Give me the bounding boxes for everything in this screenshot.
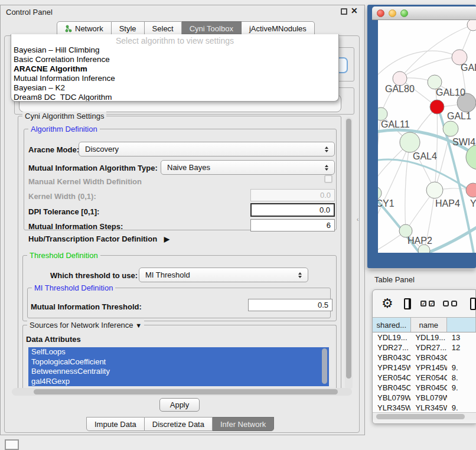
kernel-width-input[interactable]: 0.0 xyxy=(250,189,335,201)
docked-panel-icon[interactable] xyxy=(5,439,19,450)
gear-icon[interactable]: ⚙ xyxy=(382,297,393,310)
combo-stepper-icon xyxy=(322,165,331,171)
table-cell: 9. xyxy=(447,383,476,393)
column-header-shared[interactable]: shared... xyxy=(373,318,411,332)
scrollbar-thumb[interactable] xyxy=(34,389,338,394)
tab-jactivemnodules[interactable]: jActiveMNodules xyxy=(242,21,315,35)
network-node[interactable] xyxy=(418,244,430,253)
network-edge[interactable] xyxy=(405,142,410,231)
network-node-label-gal: GAL xyxy=(461,63,476,73)
threshold-definition-label: Threshold Definition xyxy=(27,251,100,260)
network-edge[interactable] xyxy=(378,51,459,74)
network-node[interactable] xyxy=(426,182,443,198)
table-cell: 8. xyxy=(447,373,476,383)
kernel-width-label: Kernel Width (0,1): xyxy=(28,192,96,201)
network-canvas[interactable]: GALGAL80GAL10GAL1GAL11SWI4GAL4GCY1HAP4YH… xyxy=(378,20,476,253)
network-node[interactable] xyxy=(430,100,444,114)
column-header-name[interactable]: name xyxy=(411,318,447,332)
zoom-window-icon[interactable] xyxy=(400,9,408,17)
scrollbar-thumb[interactable] xyxy=(346,119,351,379)
float-window-icon[interactable] xyxy=(341,8,347,15)
tab-jactivemnodules-label: jActiveMNodules xyxy=(249,24,307,33)
algorithm-option-bayesian-k2[interactable]: Bayesian – K2 xyxy=(11,83,338,93)
sources-title: Sources for Network Inference xyxy=(30,321,133,330)
select-all-columns-icon[interactable]: ✓✓ xyxy=(420,301,435,306)
table-row[interactable]: YBR043CYBR043C xyxy=(373,353,476,363)
which-threshold-combo[interactable]: MI Threshold xyxy=(139,268,308,282)
attribute-item-topologicalcoefficient[interactable]: TopologicalCoefficient xyxy=(28,357,329,367)
table-row[interactable]: YLR345WYLR345W9. xyxy=(373,403,476,412)
tab-select[interactable]: Select xyxy=(145,21,182,35)
network-edge[interactable] xyxy=(400,57,459,79)
dpi-tolerance-input[interactable]: 0.0 xyxy=(250,203,335,217)
network-node[interactable] xyxy=(466,183,476,197)
apply-button[interactable]: Apply xyxy=(159,398,200,412)
network-node[interactable] xyxy=(400,132,420,152)
scrollbar-thumb[interactable] xyxy=(376,414,465,419)
tab-infer-network[interactable]: Infer Network xyxy=(213,417,274,431)
mi-steps-input[interactable]: 6 xyxy=(250,219,335,231)
network-node[interactable] xyxy=(378,187,382,200)
table-cell: YBL079W xyxy=(410,393,446,403)
algorithm-option-dream8-dc-tdc-algorithm[interactable]: Dream8 DC_TDC Algorithm xyxy=(11,93,338,102)
mi-threshold-input[interactable]: 0.5 xyxy=(248,299,332,311)
aracne-mode-combo[interactable]: Discovery xyxy=(79,142,335,156)
close-window-icon[interactable] xyxy=(377,9,384,17)
algorithm-option-mutual-information-inference[interactable]: Mutual Information Inference xyxy=(11,74,338,83)
algorithm-option-basic-correlation-inference[interactable]: Basic Correlation Inference xyxy=(11,55,338,64)
column-header-2[interactable] xyxy=(447,318,476,332)
expand-arrow-icon[interactable]: ▶ xyxy=(164,235,169,243)
table-horizontal-scrollbar[interactable] xyxy=(373,412,476,420)
network-node[interactable] xyxy=(467,20,476,31)
algorithm-option-aracne-algorithm[interactable]: ARACNE Algorithm xyxy=(11,64,338,74)
table-header-row: shared...name xyxy=(373,317,476,332)
attribute-item-selfloops[interactable]: SelfLoops xyxy=(28,347,329,357)
hub-definition-expander[interactable]: Hub/Transcription Factor Definition ▶ xyxy=(28,234,169,243)
network-window-titlebar[interactable] xyxy=(372,6,476,20)
table-row[interactable]: YBR045CYBR045C9. xyxy=(373,383,476,393)
columns-icon[interactable] xyxy=(404,298,411,309)
table-cell: YBR043C xyxy=(410,353,446,363)
hub-definition-label: Hub/Transcription Factor Definition xyxy=(28,234,157,243)
table-cell: 9. xyxy=(447,363,476,373)
panel-divider xyxy=(365,269,476,269)
network-node[interactable] xyxy=(443,121,458,136)
table-row[interactable]: YER054CYER054C8. xyxy=(373,373,476,383)
panel-divider-collapse-icon[interactable]: ‹ xyxy=(357,216,358,223)
export-table-icon[interactable] xyxy=(470,298,476,310)
list-scrollbar-thumb[interactable] xyxy=(322,348,327,384)
collapse-arrow-icon[interactable]: ▼ xyxy=(135,322,142,329)
sources-group-label: Sources for Network Inference ▼ xyxy=(27,321,144,330)
tab-network[interactable]: Network xyxy=(57,21,112,35)
manual-kernel-width-checkbox[interactable] xyxy=(324,175,332,183)
table-cell: YLR345W xyxy=(373,403,410,412)
tab-impute-data[interactable]: Impute Data xyxy=(86,417,145,431)
mi-algorithm-type-combo[interactable]: Naive Bayes xyxy=(161,160,335,175)
settings-horizontal-scrollbar[interactable] xyxy=(12,388,352,396)
table-row[interactable]: YDR27...YDR27...12 xyxy=(373,343,476,353)
minimize-window-icon[interactable] xyxy=(389,9,396,17)
deselect-all-columns-icon[interactable] xyxy=(443,301,457,306)
mi-algorithm-type-value: Naive Bayes xyxy=(161,163,322,172)
table-row[interactable]: YDL19...YDL19...13 xyxy=(373,332,476,343)
network-node-label-gal11: GAL11 xyxy=(381,119,410,129)
attribute-item-gal4rgexp[interactable]: gal4RGexp xyxy=(28,377,329,387)
data-attributes-list[interactable]: SelfLoopsTopologicalCoefficientBetweenne… xyxy=(28,347,329,386)
attribute-item-betweennesscentrality[interactable]: BetweennessCentrality xyxy=(28,367,329,377)
table-cell: YDR27... xyxy=(410,343,446,353)
table-row[interactable]: YBL079WYBL079W xyxy=(373,393,476,403)
network-node[interactable] xyxy=(378,107,387,120)
tab-cyni-toolbox[interactable]: Cyni Toolbox xyxy=(182,21,242,35)
table-cell xyxy=(447,393,476,403)
algorithm-option-bayesian-hill-climbing[interactable]: Bayesian – Hill Climbing xyxy=(11,45,338,55)
close-panel-icon[interactable]: ✕ xyxy=(351,6,358,15)
table-cell: YBL079W xyxy=(373,393,410,403)
tab-style-label: Style xyxy=(119,24,136,33)
tab-discretize-data[interactable]: Discretize Data xyxy=(145,417,213,431)
tab-style[interactable]: Style xyxy=(112,21,145,35)
table-cell: YBR045C xyxy=(373,383,410,393)
settings-vertical-scrollbar[interactable] xyxy=(345,117,353,390)
aracne-mode-label: Aracne Mode: xyxy=(28,145,79,154)
network-edge[interactable] xyxy=(435,107,438,190)
table-row[interactable]: YPR145WYPR145W9. xyxy=(373,363,476,373)
